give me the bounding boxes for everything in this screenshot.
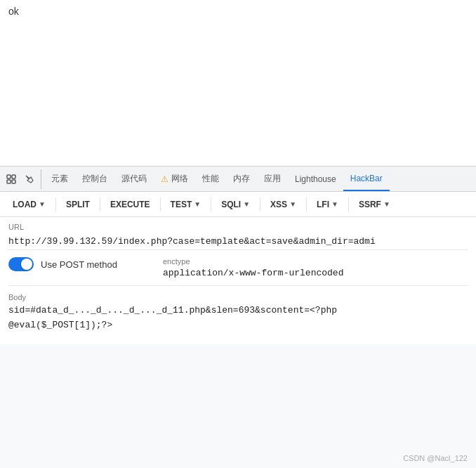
tab-application[interactable]: 应用 (257, 167, 288, 191)
devtools-panel: 元素 控制台 源代码 ⚠ 网络 性能 内存 应用 Lighthouse Hack… (0, 166, 476, 468)
divider-5 (260, 197, 260, 212)
ssrf-button[interactable]: SSRF ▼ (352, 197, 397, 212)
url-value[interactable]: http://39.99.132.59/index.php?case=templ… (8, 233, 468, 250)
tab-elements[interactable]: 元素 (44, 167, 75, 191)
load-dropdown-arrow: ▼ (39, 200, 46, 208)
inspect-icon[interactable] (21, 169, 38, 189)
tab-network[interactable]: ⚠ 网络 (154, 167, 195, 191)
enctype-label: enctype (163, 257, 468, 266)
warning-icon: ⚠ (161, 174, 168, 184)
svg-rect-0 (7, 175, 11, 178)
cursor-icon[interactable] (3, 169, 20, 189)
post-method-label: Use POST method (41, 259, 117, 270)
body-value[interactable]: sid=#data_d_..._d_..._d_..._d_11.php&sle… (8, 304, 468, 333)
enctype-group: enctype application/x-www-form-urlencode… (163, 257, 468, 278)
enctype-value[interactable]: application/x-www-form-urlencoded (163, 268, 468, 278)
sqli-dropdown-arrow: ▼ (243, 200, 250, 208)
divider-7 (348, 197, 349, 212)
tab-sources[interactable]: 源代码 (114, 167, 154, 191)
sqli-button[interactable]: SQLI ▼ (214, 197, 257, 212)
ok-status: ok (8, 6, 19, 17)
url-label: URL (8, 223, 468, 231)
post-method-toggle[interactable] (8, 257, 34, 271)
execute-button[interactable]: EXECUTE (103, 197, 157, 212)
tab-memory[interactable]: 内存 (226, 167, 257, 191)
body-group: Body sid=#data_d_..._d_..._d_..._d_11.ph… (8, 293, 468, 339)
divider-1 (55, 197, 56, 212)
hackbar-toolbar: LOAD ▼ SPLIT EXECUTE TEST ▼ SQLI ▼ XSS ▼… (0, 192, 476, 217)
tab-lighthouse[interactable]: Lighthouse (288, 167, 343, 191)
svg-rect-1 (12, 175, 15, 178)
load-button[interactable]: LOAD ▼ (6, 197, 53, 212)
body-label: Body (8, 293, 468, 301)
test-button[interactable]: TEST ▼ (164, 197, 209, 212)
split-button[interactable]: SPLIT (59, 197, 97, 212)
ssrf-dropdown-arrow: ▼ (383, 200, 390, 208)
watermark: CSDN @Nacl_122 (403, 454, 468, 462)
tab-icon-group (3, 169, 41, 189)
xss-button[interactable]: XSS ▼ (263, 197, 303, 212)
post-method-group: Use POST method (8, 257, 149, 271)
tab-bar: 元素 控制台 源代码 ⚠ 网络 性能 内存 应用 Lighthouse Hack… (0, 167, 476, 192)
lfi-dropdown-arrow: ▼ (331, 200, 338, 208)
middle-row: Use POST method enctype application/x-ww… (8, 257, 468, 286)
divider-4 (211, 197, 211, 212)
divider-2 (100, 197, 100, 212)
xss-dropdown-arrow: ▼ (289, 200, 296, 208)
svg-rect-2 (7, 180, 11, 183)
test-dropdown-arrow: ▼ (194, 200, 201, 208)
tab-performance[interactable]: 性能 (195, 167, 226, 191)
divider-3 (160, 197, 161, 212)
tab-hackbar[interactable]: HackBar (343, 167, 390, 191)
lfi-button[interactable]: LFI ▼ (310, 197, 345, 212)
hackbar-content: URL http://39.99.132.59/index.php?case=t… (0, 217, 476, 344)
svg-rect-3 (12, 180, 15, 183)
divider-6 (306, 197, 307, 212)
tab-console[interactable]: 控制台 (75, 167, 114, 191)
